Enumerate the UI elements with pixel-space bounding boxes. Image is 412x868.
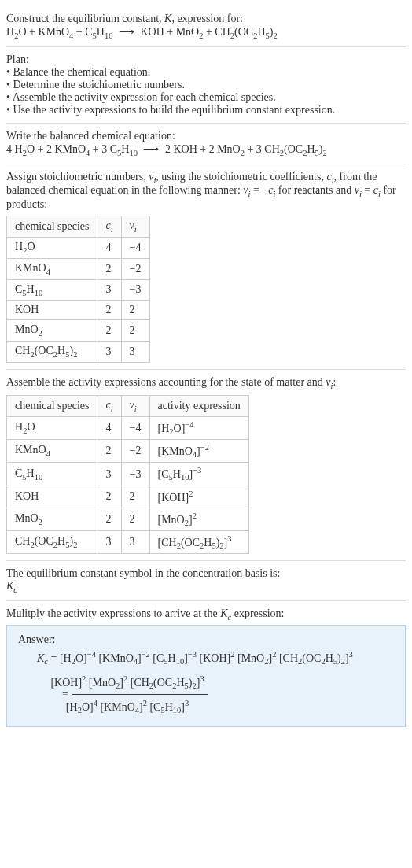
table-row: KOH 2 2 (7, 301, 150, 320)
table-row: CH2(OC2H5)2 3 3 (7, 342, 150, 363)
t: (OC (234, 26, 253, 38)
col-activity: activity expression (149, 395, 248, 416)
table-row: C5H10 3 −3 (7, 279, 150, 301)
symbol-section: The equilibrium constant symbol in the c… (6, 561, 406, 601)
t: (OC (302, 652, 321, 664)
plan-bullet: • Balance the chemical equation. (6, 66, 406, 79)
answer-title: Answer: (18, 633, 394, 646)
e: 2 (193, 512, 197, 520)
t: [H (60, 652, 72, 664)
t: [C (147, 701, 161, 713)
t: (OC (181, 537, 200, 549)
cell-v: 2 (121, 301, 149, 320)
cell-activity: [KOH]2 (149, 486, 248, 508)
t: [C (150, 652, 164, 664)
t: H (307, 143, 315, 155)
cell-c: 3 (97, 279, 121, 301)
t: H (97, 26, 105, 38)
s: 10 (35, 288, 43, 297)
numerator: [KOH]2 [MnO2]2 [CH2(OC2H5)2]3 (72, 670, 207, 695)
e: −2 (142, 650, 150, 659)
table-header-row: chemical species ci νi activity expressi… (7, 395, 249, 416)
cell-v: −4 (121, 237, 149, 258)
cell-c: 2 (97, 320, 121, 342)
t: [CH (127, 676, 149, 688)
t: [C (158, 468, 169, 480)
col-vi: νi (121, 395, 149, 416)
t: H (15, 241, 23, 253)
t: MnO (15, 512, 39, 524)
t: H (27, 467, 35, 479)
t: H (165, 701, 173, 713)
t: H (176, 676, 184, 688)
cell-v: 3 (121, 531, 149, 554)
s: 4 (46, 268, 50, 276)
t: [MnO (86, 676, 116, 688)
intro-line: Construct the equilibrium constant, K, e… (6, 13, 406, 25)
cell-v: 2 (121, 508, 149, 530)
cell-species: KMnO4 (7, 258, 97, 279)
t: H (326, 652, 333, 664)
cell-species: CH2(OC2H5)2 (7, 531, 97, 554)
cell-species: H2O (7, 416, 97, 439)
s: i (134, 404, 137, 413)
t: [KMnO (96, 652, 134, 664)
col-ci: ci (97, 216, 121, 238)
t: + 3 C (90, 143, 117, 155)
t: [CH (158, 537, 177, 549)
s: 10 (129, 149, 138, 157)
t: O + 2 KMnO (27, 143, 86, 155)
t: H (257, 26, 265, 38)
k-symbol: K (164, 13, 171, 24)
cell-c: 2 (97, 486, 121, 508)
assemble-section: Assemble the activity expressions accoun… (6, 370, 406, 562)
s: 4 (46, 449, 50, 458)
s: 2 (73, 350, 77, 359)
cell-c: 4 (97, 237, 121, 258)
s: 10 (181, 474, 189, 482)
t: C (15, 283, 22, 295)
assemble-text: Assemble the activity expressions accoun… (6, 376, 406, 390)
t: H (57, 345, 65, 356)
s: 10 (35, 473, 43, 482)
text: , expression for: (171, 13, 243, 24)
cell-v: −2 (121, 440, 149, 463)
t: H (168, 652, 176, 664)
assign-text: Assign stoichiometric numbers, νi, using… (6, 171, 406, 212)
s: i (111, 404, 113, 413)
cell-c: 2 (97, 301, 121, 320)
cell-activity: [MnO2]2 (149, 508, 248, 530)
e: 3 (185, 699, 189, 707)
t: [CH (276, 652, 298, 664)
e: −3 (188, 650, 197, 659)
table-row: MnO2 2 2 (7, 320, 150, 342)
symbol-text: The equilibrium constant symbol in the c… (6, 567, 406, 580)
t: H (57, 535, 65, 547)
assign-section: Assign stoichiometric numbers, νi, using… (6, 164, 406, 370)
answer-expression: Kc = [H2O]−4 [KMnO4]−2 [C5H10]−3 [KOH]2 … (37, 646, 394, 718)
cell-species: C5H10 (7, 279, 97, 301)
col-ci: ci (97, 395, 121, 416)
cell-v: −2 (121, 258, 149, 279)
k: K (6, 580, 13, 592)
t: H (27, 283, 35, 295)
t: [KOH] (158, 492, 189, 504)
table-row: MnO2 2 2 [MnO2]2 (7, 508, 249, 530)
t: [KOH] (50, 676, 82, 688)
cell-c: 2 (97, 440, 121, 463)
t: O + KMnO (18, 26, 69, 38)
e: −3 (193, 466, 201, 475)
t: [KMnO (158, 445, 193, 457)
t: [MnO (234, 652, 264, 664)
unbalanced-equation: H2O + KMnO4 + C5H10 ⟶ KOH + MnO2 + CH2(O… (6, 25, 406, 40)
cell-species: MnO2 (7, 320, 97, 342)
t: 2 KOH + 2 MnO (165, 143, 241, 155)
t: (OC (284, 143, 303, 155)
s: 2 (39, 518, 42, 526)
t: + CH (203, 26, 230, 38)
cell-v: −3 (121, 463, 149, 486)
cell-species: C5H10 (7, 463, 97, 486)
multiply-text: Mulitply the activity expressions to arr… (6, 608, 406, 622)
t: H (15, 421, 23, 433)
t: CH (15, 535, 30, 547)
